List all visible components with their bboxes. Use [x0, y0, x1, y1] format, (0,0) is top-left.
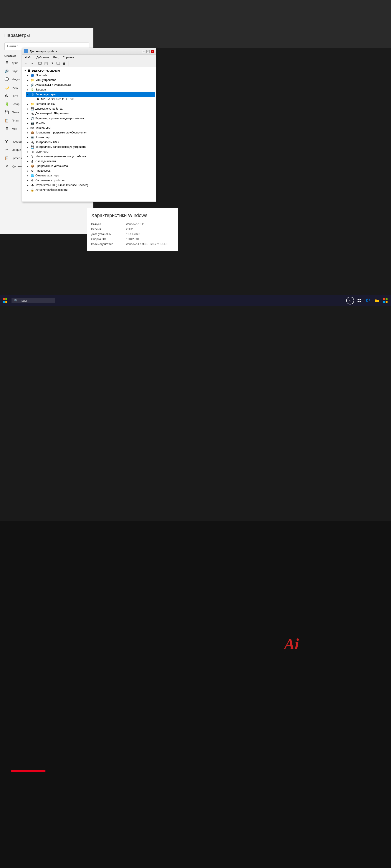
toolbar-forward-btn[interactable]: →: [29, 61, 35, 66]
taskbar-search[interactable]: 🔍 Поиск: [11, 298, 55, 303]
bluetooth-label: Bluetooth: [35, 74, 47, 77]
svg-rect-10: [57, 65, 59, 65]
toolbar-properties-btn[interactable]: [43, 61, 49, 66]
device-storage[interactable]: ▶ 💾 Контроллеры запоминающих устройств: [26, 145, 155, 149]
start-button[interactable]: [0, 295, 10, 306]
taskbar-grid-icon[interactable]: [356, 297, 363, 304]
device-sw-devices[interactable]: ▶ 📦 Программные устройства: [26, 164, 155, 168]
toolbar-display-btn[interactable]: 🖥: [61, 61, 67, 66]
device-usb2[interactable]: ▶ 🔌 Контроллеры USB: [26, 140, 155, 145]
plan-icon: 📋: [4, 118, 9, 123]
device-mtd[interactable]: ▶ 📁 MTD-устройства: [26, 78, 155, 83]
device-hid[interactable]: ▶ 🕹 Устройства HID (Human Interface Devi…: [26, 183, 155, 187]
taskbar-folder-icon[interactable]: [373, 297, 380, 304]
menu-action[interactable]: Действие: [34, 55, 51, 60]
net-icon: 🌐: [30, 174, 34, 178]
device-computer[interactable]: ▶ 💻 Компьютер: [26, 135, 155, 140]
cameras-icon: 📷: [30, 121, 34, 125]
devmgr-content: ▼ 🖥 DESKTOP-570BAMM ▶ 🔵 Bluetooth ▶ 📁 MT…: [22, 67, 156, 201]
device-security[interactable]: ▶ 🔒 Устройства безопасности: [26, 187, 155, 192]
monitors-expand: ▶: [27, 151, 30, 153]
menu-view[interactable]: Вид: [51, 55, 61, 60]
device-keyboards[interactable]: ▶ ⌨ Клавиатуры: [26, 125, 155, 130]
device-usbcontrollers[interactable]: ▶ 🔌 Диспетчеры USB-разъема: [26, 111, 155, 116]
sys-dev-icon: ⚙: [30, 178, 34, 182]
cameras-expand: ▶: [27, 122, 30, 124]
battery-icon: 🔋: [4, 101, 9, 106]
sw-comp-icon: 📦: [30, 131, 34, 134]
usb-ctrl-icon: 🔌: [30, 112, 34, 116]
computer-expand-icon: ▼: [24, 69, 26, 72]
device-network[interactable]: ▶ 🌐 Сетевые адаптеры: [26, 173, 155, 178]
hid-icon: 🕹: [30, 183, 34, 187]
sw-dev-icon: 📦: [30, 164, 34, 168]
toolbar-sep-2: [68, 61, 68, 66]
comp-node-label: Компьютер: [35, 136, 50, 139]
taskbar-edge-icon[interactable]: [364, 297, 371, 304]
bluetooth-expand: ▶: [27, 74, 30, 76]
devmgr-close-btn[interactable]: ✕: [151, 50, 154, 53]
menu-help[interactable]: Справка: [61, 55, 76, 60]
remote-icon: ✕: [4, 164, 9, 168]
device-processors[interactable]: ▶ ⚙ Процессоры: [26, 168, 155, 173]
red-line-decoration: [11, 770, 46, 772]
mice-icon: 🖱: [30, 155, 34, 158]
ai-logo-area: Ai: [278, 632, 305, 656]
storage-icon: 💾: [30, 145, 34, 149]
svg-rect-21: [383, 301, 385, 303]
sound-tree-icon: 🎵: [30, 116, 34, 120]
net-label: Сетевые адаптеры: [35, 174, 59, 177]
devmgr-titlebar: Диспетчер устройств ─ □ ✕: [22, 48, 156, 55]
sys-dev-label: Системные устройства: [35, 179, 64, 182]
monitors-label: Мониторы: [35, 150, 49, 153]
device-system[interactable]: ▶ ⚙ Системные устройства: [26, 178, 155, 183]
devmgr-menubar: Файл Действие Вид Справка: [22, 55, 156, 60]
keyboards-icon: ⌨: [30, 126, 34, 130]
device-bluetooth[interactable]: ▶ 🔵 Bluetooth: [26, 73, 155, 78]
toolbar-computer-btn[interactable]: [37, 61, 43, 66]
taskview-btn[interactable]: ○: [346, 297, 354, 305]
device-audio[interactable]: ▶ 🔊 Аудиовходы и аудиовыходы: [26, 83, 155, 87]
sw-dev-label: Программные устройства: [35, 164, 68, 167]
device-cameras[interactable]: ▶ 📷 Камеры: [26, 121, 155, 125]
hid-label: Устройства HID (Human Interface Devices): [35, 184, 88, 187]
computer-icon: 🖥: [27, 69, 31, 72]
toolbar-help-btn[interactable]: ?: [49, 61, 55, 66]
usb2-expand: ▶: [27, 141, 30, 144]
device-video[interactable]: ▼ 🖥 Видеоадаптеры: [26, 92, 155, 97]
device-print[interactable]: ▶ 🖨 Очереди печати: [26, 159, 155, 164]
battery-tree-icon: 🔋: [30, 88, 34, 92]
device-diskdrives[interactable]: ▶ 💾 Дисковые устройства: [26, 106, 155, 111]
device-mice[interactable]: ▶ 🖱 Мыши и иные указывающие устройства: [26, 154, 155, 159]
usb-ctrl-label: Диспетчеры USB-разъема: [35, 112, 68, 115]
menu-file[interactable]: Файл: [23, 55, 34, 60]
device-nvidia[interactable]: 🖥 NVIDIA GeForce GTX 1660 Ti: [26, 97, 155, 101]
device-battery[interactable]: ▶ 🔋 Батареи: [26, 87, 155, 92]
device-tree: ▶ 🔵 Bluetooth ▶ 📁 MTD-устройства ▶ 🔊 Ауд…: [23, 73, 155, 192]
taskbar-search-icon: 🔍: [14, 299, 18, 302]
devmgr-toolbar: ← → ? 🖥: [22, 60, 156, 67]
devmgr-computer-root[interactable]: ▼ 🖥 DESKTOP-570BAMM: [23, 68, 155, 73]
devmgr-minimize-btn[interactable]: ─: [142, 50, 145, 53]
firmware-expand: ▶: [27, 103, 30, 105]
device-software-components[interactable]: ▶ 📦 Компоненты программного обеспечения: [26, 130, 155, 135]
audio-icon: 🔊: [30, 83, 34, 87]
svg-rect-6: [45, 62, 47, 65]
toolbar-sep-1: [36, 61, 36, 66]
toolbar-back-btn[interactable]: ←: [23, 61, 29, 66]
chars-row-edition: Выпуск Windows 10 P...: [91, 222, 174, 226]
toolbar-network-btn[interactable]: [55, 61, 61, 66]
device-monitors[interactable]: ▶ 🖥 Мониторы: [26, 149, 155, 154]
hid-expand: ▶: [27, 184, 30, 186]
monitors-icon: 🖥: [30, 150, 34, 154]
settings-title: Параметры: [0, 28, 93, 40]
devmgr-title-icon: [24, 49, 28, 53]
svg-rect-18: [360, 301, 361, 302]
device-sound[interactable]: ▶ 🎵 Звуковые, игровые и видеоустройства: [26, 116, 155, 121]
usb-ctrl-expand: ▶: [27, 113, 30, 115]
net-expand: ▶: [27, 175, 30, 177]
device-firmware[interactable]: ▶ 📁 Встроенное ПО: [26, 101, 155, 106]
proc-expand: ▶: [27, 170, 30, 172]
devmgr-maximize-btn[interactable]: □: [146, 50, 150, 53]
taskbar-store-icon[interactable]: [382, 297, 389, 304]
